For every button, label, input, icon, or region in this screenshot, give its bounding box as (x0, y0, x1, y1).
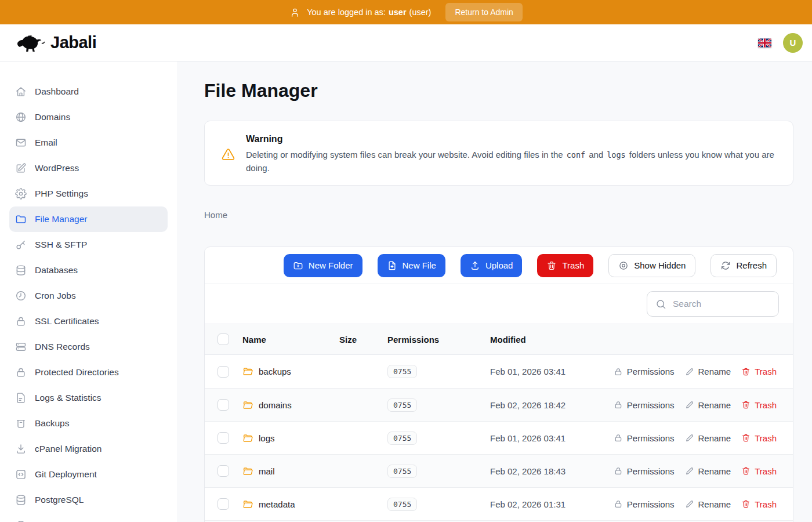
pencil-icon (685, 400, 694, 409)
warning-triangle-icon (221, 147, 235, 162)
impersonation-bar: You are logged in as: user (user) Return… (0, 0, 812, 24)
server-icon (15, 341, 27, 353)
sidebar-item-ssh-sftp[interactable]: SSH & SFTP (9, 232, 168, 258)
brand: Jabali (16, 31, 96, 55)
row-checkbox[interactable] (217, 366, 229, 378)
sidebar-item-ssl-certificates[interactable]: SSL Certificates (9, 309, 168, 334)
row-permissions-button[interactable]: Permissions (614, 466, 675, 476)
person-icon (289, 7, 300, 18)
archive-icon (15, 418, 27, 429)
pencil-icon (685, 466, 694, 476)
language-flag-icon[interactable] (758, 38, 771, 48)
row-trash-button[interactable]: Trash (741, 433, 777, 443)
lock-icon (15, 316, 27, 327)
sidebar-item-git-deployment[interactable]: Git Deployment (9, 462, 168, 487)
lock-icon (15, 367, 27, 378)
trash-icon (741, 367, 751, 376)
row-permissions-button[interactable]: Permissions (614, 433, 675, 443)
file-manager-card: New Folder New File Upload Trash Show Hi… (204, 246, 793, 522)
file-name[interactable]: logs (259, 433, 275, 443)
sidebar-item-databases[interactable]: Databases (9, 258, 168, 283)
sidebar-item-backups[interactable]: Backups (9, 411, 168, 436)
pencil-icon (685, 499, 694, 509)
row-trash-button[interactable]: Trash (741, 499, 777, 509)
trash-icon (741, 400, 751, 409)
row-rename-button[interactable]: Rename (685, 499, 731, 509)
row-rename-button[interactable]: Rename (685, 433, 731, 443)
row-rename-button[interactable]: Rename (685, 367, 731, 376)
row-checkbox[interactable] (217, 498, 229, 510)
sidebar-item-file-manager[interactable]: File Manager (9, 206, 168, 232)
search-row (205, 284, 793, 324)
warning-alert: Warning Deleting or modifying system fil… (204, 121, 793, 186)
column-permissions: Permissions (387, 335, 490, 345)
user-avatar[interactable]: U (783, 33, 803, 53)
breadcrumb[interactable]: Home (204, 210, 227, 220)
sidebar-item-php-settings[interactable]: PHP Settings (9, 181, 168, 206)
code-icon (15, 469, 27, 480)
sidebar: Dashboard Domains Email WordPress PHP Se… (0, 61, 177, 522)
permissions-badge: 0755 (387, 498, 417, 511)
show-hidden-button[interactable]: Show Hidden (608, 254, 695, 277)
row-checkbox[interactable] (217, 465, 229, 477)
select-all-checkbox[interactable] (217, 334, 229, 345)
sidebar-item-wordpress[interactable]: WordPress (9, 155, 168, 181)
table-row: mail 0755 Feb 02, 2026 18:43 Permissions… (205, 454, 793, 487)
file-name[interactable]: metadata (259, 499, 295, 509)
new-folder-button[interactable]: New Folder (284, 254, 362, 277)
brand-name: Jabali (50, 33, 96, 52)
refresh-button[interactable]: Refresh (710, 254, 777, 277)
row-permissions-button[interactable]: Permissions (614, 367, 675, 376)
file-plus-icon (387, 260, 397, 271)
sidebar-item-partial[interactable] (9, 513, 168, 522)
file-name[interactable]: mail (259, 466, 275, 476)
file-name[interactable]: domains (259, 400, 292, 410)
sidebar-item-protected-directories[interactable]: Protected Directories (9, 360, 168, 385)
row-rename-button[interactable]: Rename (685, 466, 731, 476)
row-trash-button[interactable]: Trash (741, 367, 777, 376)
row-trash-button[interactable]: Trash (741, 400, 777, 410)
lock-icon (614, 466, 623, 476)
row-trash-button[interactable]: Trash (741, 466, 777, 476)
mail-icon (15, 137, 27, 148)
globe-icon (15, 111, 27, 123)
search-icon (655, 299, 666, 310)
row-checkbox[interactable] (217, 399, 229, 411)
sidebar-item-logs-statistics[interactable]: Logs & Statistics (9, 385, 168, 411)
row-rename-button[interactable]: Rename (685, 400, 731, 410)
permissions-badge: 0755 (387, 432, 417, 445)
lock-icon (614, 367, 623, 376)
impersonation-message: You are logged in as: user (user) (307, 8, 431, 17)
trash-icon (741, 466, 751, 476)
upload-button[interactable]: Upload (461, 254, 523, 277)
sidebar-item-dns-records[interactable]: DNS Records (9, 334, 168, 360)
sidebar-item-postgresql[interactable]: PostgreSQL (9, 487, 168, 513)
table-row: domains 0755 Feb 02, 2026 18:42 Permissi… (205, 388, 793, 421)
sidebar-item-cron-jobs[interactable]: Cron Jobs (9, 283, 168, 309)
column-modified: Modified (490, 335, 777, 345)
lock-icon (614, 400, 623, 409)
trash-button[interactable]: Trash (537, 254, 593, 277)
row-permissions-button[interactable]: Permissions (614, 400, 675, 410)
page-title: File Manager (204, 79, 793, 102)
file-name[interactable]: backups (259, 367, 291, 376)
modified-date: Feb 02, 2026 01:31 (490, 499, 614, 509)
code-conf: conf (567, 150, 586, 160)
sidebar-item-email[interactable]: Email (9, 130, 168, 155)
new-file-button[interactable]: New File (378, 254, 445, 277)
toolbar: New Folder New File Upload Trash Show Hi… (205, 247, 793, 284)
search-input[interactable] (672, 298, 770, 310)
modified-date: Feb 02, 2026 18:42 (490, 400, 614, 410)
row-checkbox[interactable] (217, 432, 229, 444)
column-name: Name (242, 335, 339, 345)
row-permissions-button[interactable]: Permissions (614, 499, 675, 509)
return-to-admin-button[interactable]: Return to Admin (445, 3, 522, 21)
refresh-icon (720, 260, 731, 271)
lock-icon (614, 499, 623, 509)
sidebar-item-cpanel-migration[interactable]: cPanel Migration (9, 436, 168, 462)
gear-icon (15, 188, 27, 200)
permissions-badge: 0755 (387, 398, 417, 412)
modified-date: Feb 01, 2026 03:41 (490, 433, 614, 443)
sidebar-item-domains[interactable]: Domains (9, 104, 168, 130)
sidebar-item-dashboard[interactable]: Dashboard (9, 79, 168, 104)
